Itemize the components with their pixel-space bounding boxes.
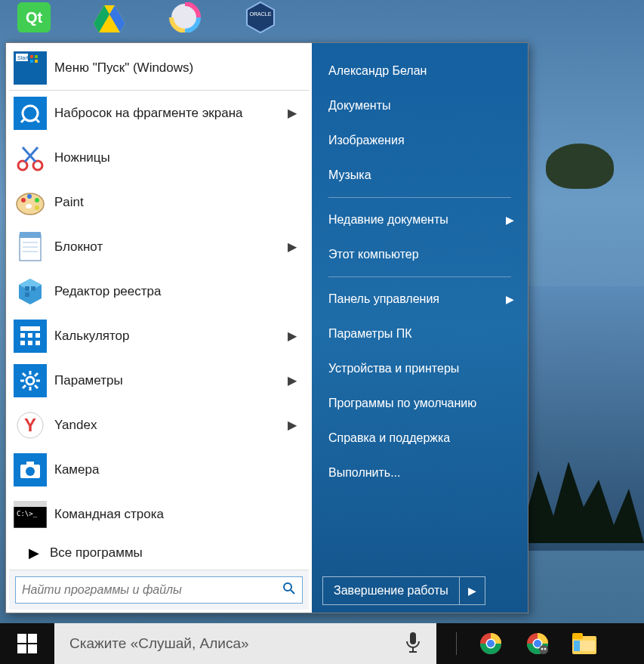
right-item-label: Панель управления <box>328 292 439 306</box>
svg-line-48 <box>23 373 26 376</box>
taskbar-separator <box>456 632 457 655</box>
taskbar: Скажите «Слушай, Алиса» <box>0 623 644 664</box>
menu-item-snipping-tool[interactable]: Ножницы <box>9 135 309 180</box>
right-item-music[interactable]: Музыка <box>318 158 522 193</box>
start-button[interactable] <box>0 623 54 664</box>
svg-rect-83 <box>574 641 580 651</box>
submenu-arrow-icon: ▶ <box>280 239 304 254</box>
taskbar-icon-chrome-incognito[interactable] <box>525 631 550 656</box>
svg-rect-38 <box>28 333 32 338</box>
right-item-devices-printers[interactable]: Устройства и принтеры <box>318 351 522 386</box>
search-input[interactable] <box>22 583 282 597</box>
svg-point-76 <box>534 640 541 647</box>
shutdown-label: Завершение работы <box>334 584 448 598</box>
svg-point-78 <box>541 648 544 650</box>
desktop-icon-drive[interactable] <box>91 0 128 34</box>
svg-text:C:\>_: C:\>_ <box>17 510 38 517</box>
menu-item-regedit[interactable]: Редактор реестра <box>9 269 309 313</box>
svg-rect-40 <box>20 341 25 345</box>
menu-item-calculator[interactable]: Калькулятор ▶ <box>9 313 309 358</box>
right-item-label: Александр Белан <box>328 64 427 78</box>
right-item-control-panel[interactable]: Панель управления▶ <box>318 282 522 317</box>
menu-item-label: Камера <box>47 462 304 477</box>
right-item-default-programs[interactable]: Программы по умолчанию <box>318 386 522 421</box>
desktop-icon-virtualbox[interactable]: ORACLE <box>242 0 279 34</box>
start-tile-icon: Start <box>14 51 47 85</box>
svg-rect-62 <box>17 634 26 643</box>
submenu-arrow-icon: ▶ <box>280 373 304 388</box>
search-box[interactable] <box>15 576 303 604</box>
svg-text:Y: Y <box>24 415 36 435</box>
search-icon[interactable] <box>282 582 296 598</box>
right-item-run[interactable]: Выполнить... <box>318 456 522 490</box>
svg-rect-14 <box>35 60 38 63</box>
wallpaper-island <box>546 144 614 189</box>
right-item-this-pc[interactable]: Этот компьютер <box>318 237 522 272</box>
svg-point-22 <box>27 194 32 199</box>
shutdown-options-button[interactable]: ▶ <box>460 576 485 605</box>
menu-item-label: Калькулятор <box>47 329 280 344</box>
right-item-label: Документы <box>328 99 390 113</box>
svg-rect-35 <box>25 292 29 297</box>
right-item-help[interactable]: Справка и поддержка <box>318 421 522 456</box>
start-menu-right-panel: Александр Белан Документы Изображения Му… <box>312 43 528 613</box>
microphone-icon[interactable] <box>405 631 421 657</box>
submenu-arrow-icon: ▶ <box>506 293 514 305</box>
desktop-icon-qt[interactable]: Qt <box>15 0 53 34</box>
svg-line-50 <box>35 373 38 376</box>
right-item-label: Программы по умолчанию <box>328 397 476 410</box>
svg-point-21 <box>21 198 26 202</box>
start-menu: Start Меню "Пуск" (Windows) Набросок на … <box>5 42 528 613</box>
chevron-right-icon: ▶ <box>468 585 476 597</box>
right-item-recent-docs[interactable]: Недавние документы▶ <box>318 202 522 237</box>
svg-rect-66 <box>410 632 416 644</box>
svg-rect-63 <box>28 634 37 643</box>
taskbar-icon-chrome[interactable] <box>478 631 504 656</box>
menu-item-cmd[interactable]: C:\>_ Командная строка <box>9 492 309 536</box>
menu-item-settings[interactable]: Параметры ▶ <box>9 358 309 403</box>
desktop-icons-row: Qt ORACLE <box>0 0 294 34</box>
all-programs-button[interactable]: ▶ Все программы <box>9 536 309 570</box>
desktop-icon-krita[interactable] <box>166 0 204 34</box>
right-item-label: Музыка <box>328 168 371 182</box>
shutdown-button[interactable]: Завершение работы <box>322 576 460 605</box>
windows-logo-icon <box>17 634 37 653</box>
right-item-pc-settings[interactable]: Параметры ПК <box>318 317 522 351</box>
menu-item-notepad[interactable]: Блокнот ▶ <box>9 224 309 269</box>
submenu-arrow-icon: ▶ <box>506 214 514 226</box>
menu-item-camera[interactable]: Камера <box>9 447 309 492</box>
right-item-pictures[interactable]: Изображения <box>318 123 522 158</box>
menu-item-label: Параметры <box>47 373 280 388</box>
svg-rect-27 <box>20 232 41 238</box>
svg-rect-11 <box>30 55 33 58</box>
menu-item-label: Ножницы <box>47 150 304 165</box>
svg-rect-12 <box>35 55 38 58</box>
menu-item-label: Yandex <box>47 418 280 433</box>
taskbar-icon-file-explorer[interactable] <box>572 631 597 656</box>
menu-item-start-windows[interactable]: Start Меню "Пуск" (Windows) <box>9 46 309 91</box>
menu-item-label: Paint <box>47 195 304 210</box>
search-row <box>9 570 309 610</box>
svg-marker-6 <box>247 2 274 32</box>
svg-point-15 <box>23 106 38 121</box>
submenu-arrow-icon: ▶ <box>280 418 304 432</box>
svg-point-55 <box>26 467 35 476</box>
right-item-label: Справка и поддержка <box>328 431 450 445</box>
svg-rect-39 <box>35 333 40 338</box>
svg-line-19 <box>23 147 35 162</box>
voice-search-box[interactable]: Скажите «Слушай, Алиса» <box>54 623 436 664</box>
cmd-icon: C:\>_ <box>14 498 47 531</box>
menu-item-yandex[interactable]: Y Yandex ▶ <box>9 403 309 447</box>
svg-rect-26 <box>20 235 41 261</box>
settings-gear-icon <box>14 364 47 397</box>
svg-point-24 <box>35 205 39 210</box>
right-item-documents[interactable]: Документы <box>318 88 522 123</box>
svg-point-23 <box>35 198 39 202</box>
menu-item-paint[interactable]: Paint <box>9 180 309 224</box>
svg-rect-41 <box>28 341 32 345</box>
svg-text:ORACLE: ORACLE <box>250 11 272 17</box>
right-item-label: Выполнить... <box>328 466 401 480</box>
menu-item-snip-sketch[interactable]: Набросок на фрагменте экрана ▶ <box>9 91 309 135</box>
svg-rect-65 <box>28 644 37 653</box>
right-item-user[interactable]: Александр Белан <box>318 54 522 88</box>
